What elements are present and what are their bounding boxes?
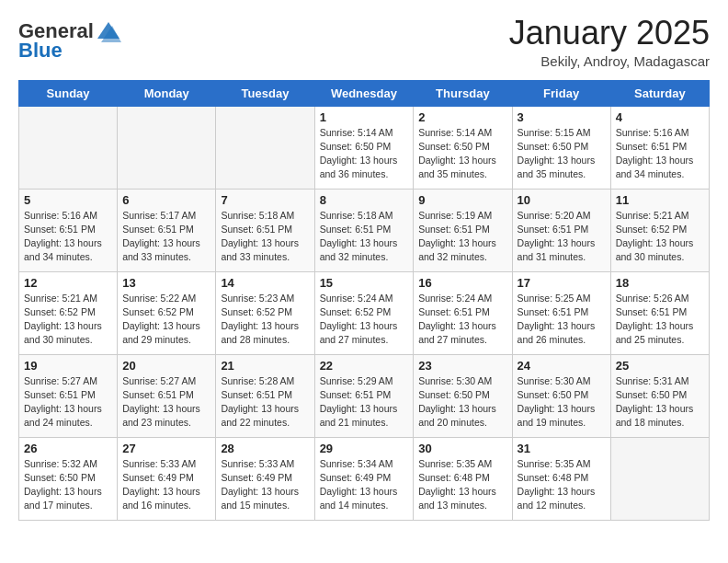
calendar-day-cell: 3Sunrise: 5:15 AMSunset: 6:50 PMDaylight… bbox=[512, 106, 610, 189]
day-number: 23 bbox=[418, 359, 506, 373]
day-detail: Sunrise: 5:31 AMSunset: 6:50 PMDaylight:… bbox=[616, 374, 704, 431]
calendar-week-row: 12Sunrise: 5:21 AMSunset: 6:52 PMDayligh… bbox=[19, 271, 710, 354]
day-detail: Sunrise: 5:22 AMSunset: 6:52 PMDaylight:… bbox=[122, 292, 210, 348]
day-detail: Sunrise: 5:17 AMSunset: 6:51 PMDaylight:… bbox=[122, 209, 210, 265]
day-detail: Sunrise: 5:25 AMSunset: 6:51 PMDaylight:… bbox=[518, 292, 606, 348]
weekday-header-cell: Saturday bbox=[610, 80, 709, 106]
weekday-header-row: SundayMondayTuesdayWednesdayThursdayFrid… bbox=[19, 80, 710, 106]
calendar-day-cell: 19Sunrise: 5:27 AMSunset: 6:51 PMDayligh… bbox=[19, 354, 118, 437]
calendar-day-cell bbox=[118, 106, 216, 189]
calendar-day-cell: 26Sunrise: 5:32 AMSunset: 6:50 PMDayligh… bbox=[19, 437, 118, 520]
day-number: 4 bbox=[616, 110, 704, 124]
day-detail: Sunrise: 5:14 AMSunset: 6:50 PMDaylight:… bbox=[320, 126, 409, 182]
calendar-day-cell: 28Sunrise: 5:33 AMSunset: 6:49 PMDayligh… bbox=[216, 437, 314, 520]
day-number: 18 bbox=[616, 276, 704, 290]
day-detail: Sunrise: 5:15 AMSunset: 6:50 PMDaylight:… bbox=[518, 126, 606, 182]
day-number: 14 bbox=[221, 276, 309, 290]
calendar-day-cell: 5Sunrise: 5:16 AMSunset: 6:51 PMDaylight… bbox=[19, 189, 118, 271]
calendar-body: 1Sunrise: 5:14 AMSunset: 6:50 PMDaylight… bbox=[19, 106, 710, 520]
header: General Blue January 2025 Bekily, Androy… bbox=[18, 15, 710, 69]
day-detail: Sunrise: 5:14 AMSunset: 6:50 PMDaylight:… bbox=[418, 126, 506, 182]
day-detail: Sunrise: 5:19 AMSunset: 6:51 PMDaylight:… bbox=[418, 209, 506, 265]
calendar-day-cell: 27Sunrise: 5:33 AMSunset: 6:49 PMDayligh… bbox=[118, 437, 216, 520]
day-number: 24 bbox=[518, 359, 606, 373]
day-detail: Sunrise: 5:18 AMSunset: 6:51 PMDaylight:… bbox=[221, 209, 309, 265]
day-number: 8 bbox=[320, 193, 409, 207]
calendar-day-cell: 4Sunrise: 5:16 AMSunset: 6:51 PMDaylight… bbox=[610, 106, 709, 189]
weekday-header-cell: Friday bbox=[512, 80, 610, 106]
calendar-day-cell: 13Sunrise: 5:22 AMSunset: 6:52 PMDayligh… bbox=[118, 271, 216, 354]
calendar-week-row: 1Sunrise: 5:14 AMSunset: 6:50 PMDaylight… bbox=[19, 106, 710, 189]
day-detail: Sunrise: 5:20 AMSunset: 6:51 PMDaylight:… bbox=[518, 209, 606, 265]
calendar-day-cell: 21Sunrise: 5:28 AMSunset: 6:51 PMDayligh… bbox=[216, 354, 314, 437]
calendar-day-cell: 10Sunrise: 5:20 AMSunset: 6:51 PMDayligh… bbox=[512, 189, 610, 271]
weekday-header-cell: Wednesday bbox=[314, 80, 414, 106]
day-detail: Sunrise: 5:21 AMSunset: 6:52 PMDaylight:… bbox=[616, 209, 704, 265]
day-number: 2 bbox=[418, 110, 506, 124]
calendar-day-cell: 9Sunrise: 5:19 AMSunset: 6:51 PMDaylight… bbox=[414, 189, 512, 271]
day-number: 21 bbox=[221, 359, 309, 373]
day-number: 15 bbox=[320, 276, 409, 290]
day-detail: Sunrise: 5:34 AMSunset: 6:49 PMDaylight:… bbox=[320, 457, 409, 513]
day-number: 1 bbox=[320, 110, 409, 124]
day-detail: Sunrise: 5:28 AMSunset: 6:51 PMDaylight:… bbox=[221, 374, 309, 431]
day-number: 25 bbox=[616, 359, 704, 373]
day-number: 6 bbox=[122, 193, 210, 207]
calendar-day-cell: 23Sunrise: 5:30 AMSunset: 6:50 PMDayligh… bbox=[414, 354, 512, 437]
calendar-day-cell: 14Sunrise: 5:23 AMSunset: 6:52 PMDayligh… bbox=[216, 271, 314, 354]
day-detail: Sunrise: 5:16 AMSunset: 6:51 PMDaylight:… bbox=[616, 126, 704, 182]
day-detail: Sunrise: 5:32 AMSunset: 6:50 PMDaylight:… bbox=[24, 457, 112, 513]
calendar-day-cell: 7Sunrise: 5:18 AMSunset: 6:51 PMDaylight… bbox=[216, 189, 314, 271]
day-detail: Sunrise: 5:27 AMSunset: 6:51 PMDaylight:… bbox=[122, 374, 210, 431]
calendar-day-cell: 11Sunrise: 5:21 AMSunset: 6:52 PMDayligh… bbox=[610, 189, 709, 271]
day-number: 17 bbox=[518, 276, 606, 290]
calendar-day-cell: 20Sunrise: 5:27 AMSunset: 6:51 PMDayligh… bbox=[118, 354, 216, 437]
day-detail: Sunrise: 5:23 AMSunset: 6:52 PMDaylight:… bbox=[221, 292, 309, 348]
day-number: 11 bbox=[616, 193, 704, 207]
day-number: 13 bbox=[122, 276, 210, 290]
day-number: 30 bbox=[418, 442, 506, 455]
day-detail: Sunrise: 5:30 AMSunset: 6:50 PMDaylight:… bbox=[518, 374, 606, 431]
day-detail: Sunrise: 5:33 AMSunset: 6:49 PMDaylight:… bbox=[122, 457, 210, 513]
calendar-day-cell: 1Sunrise: 5:14 AMSunset: 6:50 PMDaylight… bbox=[314, 106, 414, 189]
logo-icon bbox=[96, 18, 121, 44]
day-detail: Sunrise: 5:29 AMSunset: 6:51 PMDaylight:… bbox=[320, 374, 409, 431]
calendar-day-cell: 8Sunrise: 5:18 AMSunset: 6:51 PMDaylight… bbox=[314, 189, 414, 271]
day-detail: Sunrise: 5:18 AMSunset: 6:51 PMDaylight:… bbox=[320, 209, 409, 265]
day-number: 9 bbox=[418, 193, 506, 207]
calendar-day-cell: 24Sunrise: 5:30 AMSunset: 6:50 PMDayligh… bbox=[512, 354, 610, 437]
day-detail: Sunrise: 5:27 AMSunset: 6:51 PMDaylight:… bbox=[24, 374, 112, 431]
day-number: 28 bbox=[221, 442, 309, 455]
calendar-day-cell: 16Sunrise: 5:24 AMSunset: 6:51 PMDayligh… bbox=[414, 271, 512, 354]
title-block: January 2025 Bekily, Androy, Madagascar bbox=[509, 15, 710, 69]
weekday-header-cell: Thursday bbox=[414, 80, 512, 106]
day-detail: Sunrise: 5:16 AMSunset: 6:51 PMDaylight:… bbox=[24, 209, 112, 265]
calendar-day-cell: 25Sunrise: 5:31 AMSunset: 6:50 PMDayligh… bbox=[610, 354, 709, 437]
day-number: 31 bbox=[518, 442, 606, 455]
calendar-day-cell: 30Sunrise: 5:35 AMSunset: 6:48 PMDayligh… bbox=[414, 437, 512, 520]
day-number: 12 bbox=[24, 276, 112, 290]
weekday-header-cell: Sunday bbox=[19, 80, 118, 106]
location: Bekily, Androy, Madagascar bbox=[509, 53, 710, 69]
calendar-day-cell: 2Sunrise: 5:14 AMSunset: 6:50 PMDaylight… bbox=[414, 106, 512, 189]
day-number: 7 bbox=[221, 193, 309, 207]
calendar-day-cell: 22Sunrise: 5:29 AMSunset: 6:51 PMDayligh… bbox=[314, 354, 414, 437]
day-detail: Sunrise: 5:24 AMSunset: 6:52 PMDaylight:… bbox=[320, 292, 409, 348]
calendar-day-cell: 17Sunrise: 5:25 AMSunset: 6:51 PMDayligh… bbox=[512, 271, 610, 354]
calendar-day-cell: 6Sunrise: 5:17 AMSunset: 6:51 PMDaylight… bbox=[118, 189, 216, 271]
day-detail: Sunrise: 5:35 AMSunset: 6:48 PMDaylight:… bbox=[518, 457, 606, 513]
day-number: 27 bbox=[122, 442, 210, 455]
day-detail: Sunrise: 5:35 AMSunset: 6:48 PMDaylight:… bbox=[418, 457, 506, 513]
day-detail: Sunrise: 5:24 AMSunset: 6:51 PMDaylight:… bbox=[418, 292, 506, 348]
calendar-day-cell: 15Sunrise: 5:24 AMSunset: 6:52 PMDayligh… bbox=[314, 271, 414, 354]
calendar-week-row: 5Sunrise: 5:16 AMSunset: 6:51 PMDaylight… bbox=[19, 189, 710, 271]
day-detail: Sunrise: 5:26 AMSunset: 6:51 PMDaylight:… bbox=[616, 292, 704, 348]
day-detail: Sunrise: 5:33 AMSunset: 6:49 PMDaylight:… bbox=[221, 457, 309, 513]
calendar-week-row: 26Sunrise: 5:32 AMSunset: 6:50 PMDayligh… bbox=[19, 437, 710, 520]
calendar-day-cell: 18Sunrise: 5:26 AMSunset: 6:51 PMDayligh… bbox=[610, 271, 709, 354]
logo: General Blue bbox=[18, 18, 121, 61]
day-number: 3 bbox=[518, 110, 606, 124]
calendar-day-cell: 31Sunrise: 5:35 AMSunset: 6:48 PMDayligh… bbox=[512, 437, 610, 520]
calendar-day-cell bbox=[216, 106, 314, 189]
calendar-day-cell: 12Sunrise: 5:21 AMSunset: 6:52 PMDayligh… bbox=[19, 271, 118, 354]
